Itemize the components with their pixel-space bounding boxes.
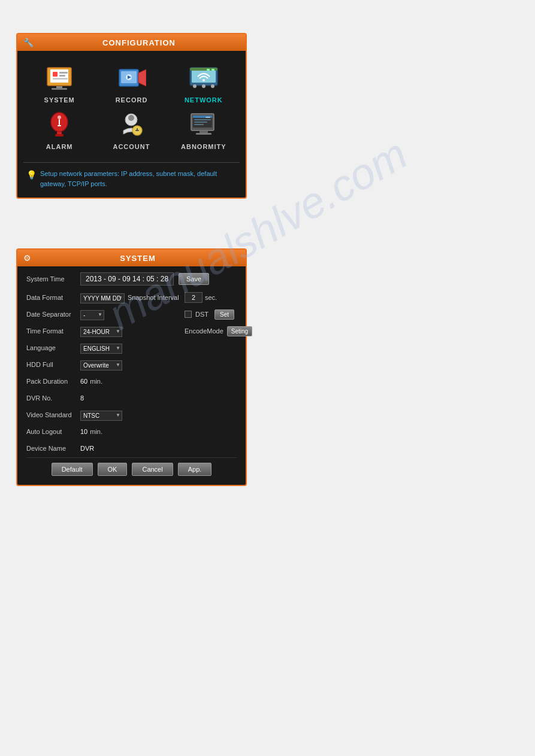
svg-rect-35 [200, 130, 208, 133]
system-label: SYSTEM [44, 96, 75, 104]
data-format-select-wrapper: YYYY MM DD MM DD YYYY DD MM YYYY ▼ [80, 292, 125, 303]
svg-rect-6 [56, 86, 62, 88]
device-name-label: Device Name [26, 445, 80, 452]
svg-point-17 [211, 84, 214, 88]
hdd-full-label: HDD Full [26, 361, 80, 368]
svg-rect-19 [211, 69, 214, 71]
dst-checkbox[interactable] [185, 311, 192, 318]
config-item-account[interactable]: ACCOUNT [98, 110, 164, 150]
snapshot-interval-unit: sec. [205, 294, 217, 301]
record-label: RECORD [116, 96, 148, 104]
encode-mode-wrapper: EncodeMode Seting [185, 326, 252, 336]
video-standard-select-wrapper: NTSC PAL ▼ [80, 409, 122, 421]
svg-rect-32 [135, 130, 139, 131]
snapshot-interval-row: Snapshot Interval sec. [128, 292, 252, 303]
abnormity-label: ABNORMITY [181, 143, 226, 150]
pack-duration-value: 60 [80, 378, 87, 385]
time-format-label: Time Format [26, 327, 80, 335]
svg-rect-36 [196, 133, 211, 135]
date-separator-select-wrapper: - / . ▼ [80, 309, 104, 320]
apply-button[interactable]: App. [178, 463, 212, 476]
svg-rect-4 [59, 75, 65, 77]
abnormity-icon [187, 110, 220, 139]
data-format-label: Data Format [26, 294, 80, 301]
svg-rect-41 [194, 124, 204, 125]
system-icon [43, 63, 76, 93]
time-format-row: Time Format 24-HOUR 12-HOUR ▼ [26, 325, 125, 337]
svg-marker-10 [138, 69, 146, 86]
dst-set-button[interactable]: Set [214, 309, 234, 320]
language-select-wrapper: ENGLISH ▼ [80, 342, 122, 354]
system-panel-title: SYSTEM [36, 254, 240, 263]
svg-rect-39 [194, 119, 211, 120]
auto-logout-value: 10 [80, 428, 87, 435]
info-text: Setup network parameters: IP address, su… [40, 169, 237, 189]
dst-checkbox-wrapper: DST Set [185, 309, 234, 320]
svg-rect-40 [194, 122, 207, 123]
system-panel: ⚙ SYSTEM System Time 2013 - 09 - 09 14 :… [16, 248, 247, 486]
date-separator-label: Date Separator [26, 311, 80, 318]
system-time-label: System Time [26, 275, 80, 283]
config-item-record[interactable]: RECORD [98, 63, 164, 104]
system-time-row: System Time 2013 - 09 - 09 14 : 05 : 28 … [26, 272, 237, 286]
ok-button[interactable]: OK [98, 463, 128, 476]
config-item-system[interactable]: SYSTEM [26, 63, 92, 104]
config-item-network[interactable]: NETWORK [171, 63, 237, 104]
config-title-icon: 🔧 [23, 38, 34, 47]
data-format-select[interactable]: YYYY MM DD MM DD YYYY DD MM YYYY [80, 293, 125, 303]
dvr-no-value: 8 [80, 394, 84, 402]
svg-rect-5 [53, 78, 68, 80]
save-button[interactable]: Save [179, 273, 209, 285]
account-icon [115, 110, 148, 139]
config-item-alarm[interactable]: ALARM [26, 110, 92, 150]
auto-logout-unit: min. [90, 428, 102, 435]
svg-point-16 [202, 84, 205, 88]
encode-mode-text: EncodeMode [185, 327, 223, 335]
svg-rect-38 [205, 117, 210, 118]
pack-duration-row: Pack Duration 60 min. [26, 375, 125, 387]
svg-point-21 [202, 79, 205, 81]
language-row: Language ENGLISH ▼ [26, 342, 125, 354]
auto-logout-row: Auto Logout 10 min. [26, 426, 125, 438]
config-item-abnormity[interactable]: ABNORMITY [171, 110, 237, 150]
two-col-layout: Data Format YYYY MM DD MM DD YYYY DD MM … [26, 292, 237, 454]
svg-point-29 [128, 115, 134, 121]
record-icon [115, 63, 148, 93]
left-column: Data Format YYYY MM DD MM DD YYYY DD MM … [26, 292, 125, 454]
hdd-full-row: HDD Full Overwrite Stop ▼ [26, 359, 125, 371]
bottom-buttons: Default OK Cancel App. [26, 457, 237, 476]
account-label: ACCOUNT [113, 143, 150, 150]
config-panel: 🔧 CONFIGURATION SYSTEM [16, 33, 247, 199]
dvr-no-row: DVR No. 8 [26, 392, 125, 404]
dvr-no-label: DVR No. [26, 394, 80, 402]
time-format-select[interactable]: 24-HOUR 12-HOUR [80, 327, 122, 337]
pack-duration-unit: min. [90, 378, 102, 385]
default-button[interactable]: Default [52, 463, 93, 476]
date-separator-select[interactable]: - / . [80, 310, 104, 320]
encode-mode-row: EncodeMode Seting [128, 325, 252, 337]
dst-row: DST Set [128, 308, 252, 320]
network-label: NETWORK [185, 96, 223, 104]
encode-mode-button[interactable]: Seting [227, 326, 252, 336]
system-time-value[interactable]: 2013 - 09 - 09 14 : 05 : 28 [80, 272, 174, 286]
svg-rect-7 [52, 88, 67, 90]
system-title-bar: ⚙ SYSTEM [17, 250, 246, 266]
device-name-value: DVR [80, 445, 94, 452]
config-title: CONFIGURATION [38, 38, 240, 47]
time-format-select-wrapper: 24-HOUR 12-HOUR ▼ [80, 326, 122, 337]
date-separator-row: Date Separator - / . ▼ [26, 308, 125, 320]
system-body: System Time 2013 - 09 - 09 14 : 05 : 28 … [17, 266, 246, 485]
video-standard-select[interactable]: NTSC PAL [80, 411, 122, 421]
video-standard-row: Video Standard NTSC PAL ▼ [26, 409, 125, 421]
svg-point-25 [58, 116, 61, 119]
language-select[interactable]: ENGLISH [80, 344, 122, 354]
snapshot-interval-input[interactable] [185, 292, 202, 303]
hdd-full-select[interactable]: Overwrite Stop [80, 360, 122, 371]
network-icon [187, 63, 220, 93]
alarm-icon [43, 110, 76, 139]
cancel-button[interactable]: Cancel [132, 463, 173, 476]
svg-rect-20 [207, 69, 210, 71]
config-title-bar: 🔧 CONFIGURATION [17, 34, 246, 51]
svg-rect-27 [58, 125, 61, 126]
svg-rect-2 [53, 72, 58, 77]
